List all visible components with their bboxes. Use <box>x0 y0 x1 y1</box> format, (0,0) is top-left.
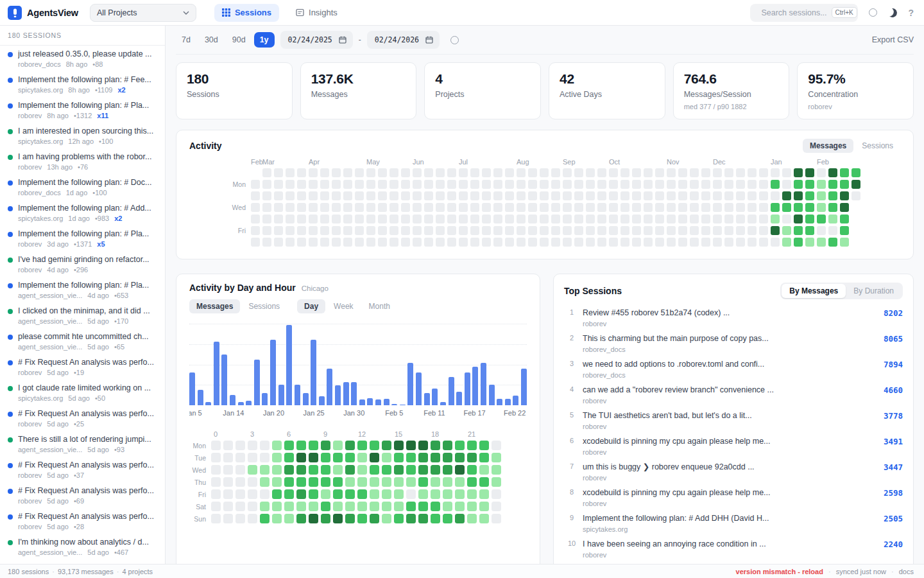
session-rank: 10 <box>567 539 577 547</box>
top-session-row[interactable]: 5The TUI aesthetics aren't bad, but let'… <box>564 405 903 430</box>
session-list-item[interactable]: please commit hte uncommitted ch...agent… <box>0 328 165 354</box>
range-button-90d[interactable]: 90d <box>227 32 252 48</box>
activity-toggle-messages[interactable]: Messages <box>803 139 853 153</box>
top-session-row[interactable]: 7um this is buggy ❯ roborev enqueue 92a0… <box>564 456 903 482</box>
session-list-item[interactable]: Implement the following plan: # Doc...ro… <box>0 174 165 200</box>
x-axis-label: Jan 5 <box>189 409 202 417</box>
session-list-item[interactable]: I've had gemini grinding on refactor...r… <box>0 251 165 277</box>
top-session-row[interactable]: 3we need to add options to .roborev.toml… <box>564 353 903 379</box>
session-list-item[interactable]: # Fix Request An analysis was perfo...ro… <box>0 354 165 380</box>
top-session-row[interactable]: 9Implement the following plan: # Add DHH… <box>564 507 903 533</box>
session-status-dot <box>8 463 13 468</box>
session-age: 8h ago <box>47 112 69 119</box>
session-list-item[interactable]: I clicked on the minimap, and it did ...… <box>0 302 165 328</box>
docs-link[interactable]: docs <box>899 568 914 575</box>
heatmap-cell <box>297 203 306 212</box>
heatmap-cell <box>321 514 330 523</box>
moon-icon <box>887 7 899 19</box>
heatmap-cell <box>345 502 355 511</box>
day-hour-row: Tue <box>189 453 531 462</box>
heatmap-cell <box>840 180 849 189</box>
session-message-count: •100 <box>92 189 107 197</box>
heatmap-cell <box>413 238 422 247</box>
session-list-item[interactable]: I am having problems with the robor...ro… <box>0 148 165 174</box>
help-button[interactable]: ? <box>908 8 914 18</box>
session-list-item[interactable]: Implement the following plan: # Pla...ro… <box>0 97 165 123</box>
day-label: Mon <box>189 442 209 450</box>
heatmap-cell <box>251 180 260 189</box>
heatmap-cell <box>413 168 422 177</box>
session-list-item[interactable]: Implement the following plan: # Pla...ro… <box>0 225 165 251</box>
bar-chart-plot <box>189 324 527 405</box>
dh-metric-toggle-sessions[interactable]: Sessions <box>241 299 287 313</box>
session-status-dot <box>8 103 13 109</box>
heatmap-week-column <box>436 168 445 247</box>
day-hour-grid: MonTueWedThuFriSatSun <box>189 441 531 523</box>
footer-stat: 4 projects <box>122 568 153 575</box>
dark-mode-toggle[interactable] <box>888 8 897 17</box>
top-session-row[interactable]: 4can we add a "roborev review branch" co… <box>564 379 903 405</box>
session-list-item[interactable]: I'm thinking now about analytics / d...a… <box>0 534 165 559</box>
top-session-row[interactable]: 2This is charming but the main purpose o… <box>564 328 903 353</box>
top-session-row[interactable]: 1Review #455 roborev 51b2a74 (codex) ...… <box>564 302 903 328</box>
day-hour-row: Wed <box>189 465 531 475</box>
top-session-row[interactable]: 6xcodebuild is pinning my cpu again plea… <box>564 430 903 456</box>
heatmap-cell <box>782 215 791 223</box>
session-list-item[interactable]: # Fix Request An analysis was perfo...ro… <box>0 405 165 431</box>
heatmap-week-column <box>366 168 375 247</box>
stat-value: 4 <box>435 71 530 87</box>
session-list-item[interactable]: I am interested in open sourcing this...… <box>0 123 165 148</box>
heatmap-cell <box>309 502 318 511</box>
dh-metric-toggle-messages[interactable]: Messages <box>189 299 240 313</box>
session-list-item[interactable]: # Fix Request An analysis was perfo...ro… <box>0 508 165 534</box>
bottom-row: Activity by Day and Hour Chicago Message… <box>176 274 914 564</box>
date-from-input[interactable]: 02/24/2025 <box>280 31 353 49</box>
export-csv-button[interactable]: Export CSV <box>872 35 914 44</box>
activity-toggle-sessions[interactable]: Sessions <box>855 139 900 153</box>
top-sessions-tab-by-duration[interactable]: By Duration <box>846 284 902 298</box>
session-list-item[interactable]: # Fix Request An analysis was perfo...ro… <box>0 457 165 482</box>
version-warning-link[interactable]: version mismatch - reload <box>736 568 823 575</box>
dh-granularity-toggle-day[interactable]: Day <box>297 299 325 313</box>
session-list-item[interactable]: Implement the following plan: # Add...sp… <box>0 200 165 225</box>
heatmap-cell <box>563 168 572 177</box>
session-status-dot <box>8 232 13 237</box>
activity-card: Activity MessagesSessions FebMarAprMayJu… <box>176 130 914 259</box>
session-list-item[interactable]: Implement the following plan: # Pla...ag… <box>0 277 165 302</box>
filter-bar: 7d30d90d1y 02/24/2025 - 02/24/2026 Expor… <box>176 26 914 55</box>
range-button-30d[interactable]: 30d <box>199 32 224 48</box>
heatmap-cell <box>321 465 330 475</box>
session-list-item[interactable]: There is still a lot of rendering jumpi.… <box>0 431 165 457</box>
heatmap-cell <box>771 238 780 247</box>
heatmap-week-column <box>620 168 629 247</box>
session-list-item[interactable]: # Fix Request An analysis was perfo...ro… <box>0 482 165 508</box>
heatmap-cell <box>632 215 641 223</box>
footer-stat: 180 sessions <box>8 568 49 575</box>
tab-insights[interactable]: Insights <box>288 4 345 22</box>
heatmap-cell <box>632 180 641 189</box>
heatmap-cell <box>272 453 282 462</box>
session-list-item[interactable]: I got claude rate limited working on ...… <box>0 380 165 405</box>
heatmap-cell <box>321 453 330 462</box>
session-list-item[interactable]: just released 0.35.0, please update ...r… <box>0 46 165 71</box>
session-project: roborev <box>583 474 876 482</box>
top-session-row[interactable]: 10I have been seeing an annoying race co… <box>564 533 903 559</box>
heatmap-cell <box>443 514 452 523</box>
tab-sessions[interactable]: Sessions <box>214 4 279 22</box>
bar <box>521 369 527 406</box>
range-button-7d[interactable]: 7d <box>176 32 196 48</box>
heatmap-week-column <box>517 168 526 247</box>
stat-sublabel: roborev <box>808 103 903 110</box>
dh-granularity-toggle-week[interactable]: Week <box>327 299 360 313</box>
project-filter-dropdown[interactable]: All Projects <box>90 4 196 22</box>
date-to-input[interactable]: 02/24/2026 <box>367 31 440 49</box>
heatmap-cell <box>690 226 699 235</box>
session-list-item[interactable]: Implement the following plan: # Fee...sp… <box>0 71 165 97</box>
heatmap-cell <box>551 238 560 247</box>
search-input[interactable]: Search sessions... Ctrl+K <box>750 4 858 22</box>
top-session-row[interactable]: 8xcodebuild is pinning my cpu again plea… <box>564 482 903 507</box>
range-button-1y[interactable]: 1y <box>254 32 275 48</box>
heatmap-cell <box>563 215 572 223</box>
top-sessions-tab-by-messages[interactable]: By Messages <box>782 284 846 298</box>
dh-granularity-toggle-month[interactable]: Month <box>362 299 397 313</box>
